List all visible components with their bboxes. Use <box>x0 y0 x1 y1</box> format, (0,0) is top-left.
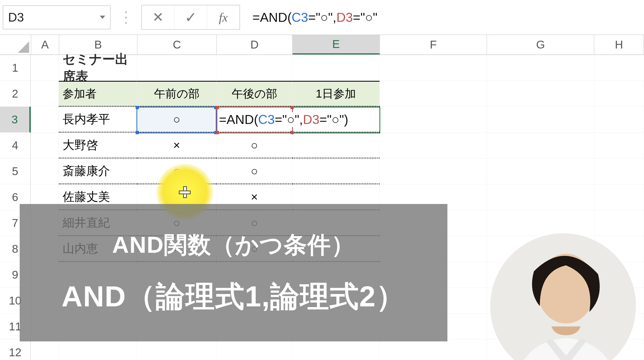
cell-H5[interactable] <box>594 158 644 184</box>
name-box[interactable]: D3 <box>3 5 111 29</box>
cell-C5[interactable]: ○ <box>137 158 217 184</box>
cell-E3-editing[interactable] <box>292 107 380 133</box>
formula-seg: ="○", <box>308 10 336 25</box>
col-header-F[interactable]: F <box>380 35 487 54</box>
cell-B3[interactable]: 長内孝平 <box>59 107 137 133</box>
cancel-icon: ✕ <box>152 9 164 25</box>
formula-bar: D3 ⋮ ✕ ✓ fx =AND( C3 ="○", D3 ="○" <box>0 0 644 35</box>
select-all-triangle[interactable] <box>0 35 31 54</box>
cancel-button[interactable]: ✕ <box>142 5 174 29</box>
cell-G7[interactable] <box>487 210 594 236</box>
col-header-G[interactable]: G <box>487 35 594 54</box>
cell-G3[interactable] <box>487 107 594 133</box>
hdr-participant[interactable]: 参加者 <box>59 81 137 107</box>
cell-A2[interactable] <box>31 81 59 107</box>
row-header-5[interactable]: 5 <box>0 158 31 184</box>
cell-B4[interactable]: 大野啓 <box>59 133 137 158</box>
cell-F1[interactable] <box>380 55 487 81</box>
cell-E4[interactable] <box>292 133 380 158</box>
cell-H2[interactable] <box>594 81 644 107</box>
formula-seg: C3 <box>292 10 308 25</box>
cell-A12[interactable] <box>31 340 59 360</box>
cell-D1[interactable] <box>217 55 292 81</box>
cell-H1[interactable] <box>594 55 644 81</box>
cell-C1[interactable] <box>137 55 217 81</box>
cell-F3[interactable] <box>380 107 487 133</box>
cell-G5[interactable] <box>487 158 594 184</box>
cell-A3[interactable] <box>31 107 59 133</box>
cell-D12[interactable] <box>217 340 292 360</box>
row-header-1[interactable]: 1 <box>0 55 31 81</box>
cell-F4[interactable] <box>380 133 487 158</box>
cell-H7[interactable] <box>594 210 644 236</box>
cell-A4[interactable] <box>31 133 59 158</box>
cell-B12[interactable] <box>59 340 137 360</box>
hdr-allday[interactable]: 1日参加 <box>292 81 380 107</box>
hdr-pm[interactable]: 午後の部 <box>217 81 292 107</box>
col-header-E[interactable]: E <box>293 35 380 54</box>
enter-icon: ✓ <box>185 9 197 26</box>
cell-C4[interactable]: × <box>137 133 217 158</box>
formula-edit-buttons: ✕ ✓ fx <box>141 5 240 30</box>
name-box-value: D3 <box>8 10 24 25</box>
cell-C3[interactable]: ○ <box>137 107 217 133</box>
cell-G1[interactable] <box>487 55 594 81</box>
cell-F12[interactable] <box>380 340 487 360</box>
cell-H4[interactable] <box>594 133 644 158</box>
col-header-H[interactable]: H <box>594 35 644 54</box>
formula-seg: ="○" <box>353 10 378 25</box>
cell-G2[interactable] <box>487 81 594 107</box>
cell-B1-title[interactable]: セミナー出席表 <box>59 55 137 81</box>
cell-E1[interactable] <box>292 55 380 81</box>
row-header-3[interactable]: 3 <box>0 107 31 133</box>
caption-line-1: AND関数（かつ条件） <box>112 229 355 261</box>
col-header-A[interactable]: A <box>31 35 59 54</box>
cell-D4[interactable]: ○ <box>217 133 292 158</box>
cell-E12[interactable] <box>292 340 380 360</box>
name-box-dropdown-icon[interactable] <box>100 16 105 19</box>
row-header-12[interactable]: 12 <box>0 340 31 360</box>
caption-overlay: AND関数（かつ条件） AND（論理式1,論理式2） <box>20 204 447 341</box>
caption-line-2: AND（論理式1,論理式2） <box>61 277 406 316</box>
formula-input[interactable]: =AND( C3 ="○", D3 ="○" <box>248 5 644 29</box>
cell-E5[interactable] <box>292 158 380 184</box>
cell-D5[interactable]: ○ <box>217 158 292 184</box>
cell-B5[interactable]: 斎藤康介 <box>59 158 137 184</box>
cell-G4[interactable] <box>487 133 594 158</box>
col-header-C[interactable]: C <box>138 35 217 54</box>
cell-A1[interactable] <box>31 55 59 81</box>
cell-H6[interactable] <box>594 184 644 210</box>
cell-F2[interactable] <box>380 81 487 107</box>
col-header-D[interactable]: D <box>217 35 293 54</box>
formula-seg: =AND( <box>252 10 292 25</box>
cell-H3[interactable] <box>594 107 644 133</box>
cell-D3[interactable] <box>217 107 292 133</box>
cell-G6[interactable] <box>487 184 594 210</box>
hdr-am[interactable]: 午前の部 <box>137 81 217 107</box>
row-header-2[interactable]: 2 <box>0 81 31 107</box>
formula-seg: D3 <box>336 10 353 25</box>
cell-C12[interactable] <box>137 340 217 360</box>
fx-icon: fx <box>219 10 228 25</box>
separator: ⋮ <box>111 8 141 26</box>
row-header-4[interactable]: 4 <box>0 133 31 158</box>
insert-function-button[interactable]: fx <box>207 5 239 29</box>
cell-A5[interactable] <box>31 158 59 184</box>
cell-F5[interactable] <box>380 158 487 184</box>
enter-button[interactable]: ✓ <box>174 5 207 29</box>
